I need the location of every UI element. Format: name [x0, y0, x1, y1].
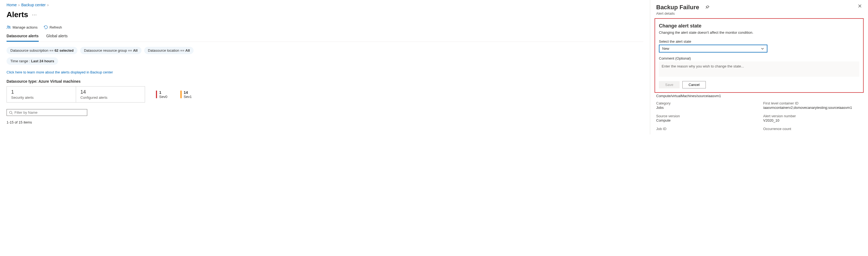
configured-alerts-label: Configured alerts [81, 96, 141, 100]
sev0-indicator[interactable]: 1 Sev0 [156, 90, 167, 99]
pin-icon[interactable] [705, 5, 710, 9]
learn-more-link[interactable]: Click here to learn more about the alert… [6, 70, 113, 74]
security-alerts-label: Security alerts [11, 96, 71, 100]
save-button[interactable]: Save [659, 81, 680, 88]
svg-point-2 [9, 111, 12, 113]
detail-first-level-container: First level container ID iaasvmcontainer… [763, 101, 862, 110]
change-state-title: Change alert state [659, 23, 859, 29]
tab-datasource-alerts[interactable]: Datasource alerts [6, 34, 39, 42]
sev1-indicator[interactable]: 14 Sev1 [181, 90, 192, 99]
filter-resource-group[interactable]: Datasource resource group == All [80, 47, 142, 54]
comment-textarea[interactable]: Enter the reason why you wish to change … [659, 62, 859, 77]
breadcrumb-backup-center[interactable]: Backup center [21, 3, 46, 7]
panel-subtitle: Alert details [656, 11, 858, 15]
security-alerts-card[interactable]: 1 Security alerts [6, 86, 76, 103]
svg-point-1 [9, 26, 10, 27]
alert-state-value: New [662, 46, 669, 50]
configured-alerts-card[interactable]: 14 Configured alerts [76, 86, 145, 103]
manage-actions-label: Manage actions [12, 25, 38, 29]
panel-title: Backup Failure [656, 4, 699, 11]
detail-alert-version: Alert version number V2020_10 [763, 114, 862, 122]
page-title: Alerts [6, 10, 28, 19]
refresh-label: Refresh [50, 25, 62, 29]
breadcrumb-home[interactable]: Home [6, 3, 17, 7]
tab-global-alerts[interactable]: Global alerts [46, 34, 68, 42]
detail-category: Category Jobs [656, 101, 755, 110]
filter-subscription[interactable]: Datasource subscription == 62 selected [6, 47, 78, 54]
sev0-label: Sev0 [159, 95, 167, 99]
sev0-bar-icon [156, 90, 157, 98]
filter-input-wrap[interactable] [6, 109, 87, 116]
filter-time-range[interactable]: Time range : Last 24 hours [6, 58, 58, 65]
select-state-label: Select the alert state [659, 39, 859, 43]
chevron-right-icon: › [48, 3, 49, 7]
change-state-description: Changing the alert state doesn't affect … [659, 31, 859, 35]
alert-state-select[interactable]: New [659, 45, 767, 52]
filter-location[interactable]: Datasource location == All [144, 47, 194, 54]
cancel-button[interactable]: Cancel [682, 81, 706, 88]
chevron-right-icon: › [18, 3, 20, 7]
resource-path: Compute/virtualMachines/sourceiaasvm1 [650, 94, 868, 98]
filter-by-name-input[interactable] [14, 110, 85, 114]
manage-actions-button[interactable]: Manage actions [6, 25, 38, 29]
detail-job-id: Job ID [656, 127, 755, 131]
items-count: 1-15 of 15 items [6, 120, 643, 124]
chevron-down-icon [761, 47, 764, 50]
sev1-count: 14 [184, 90, 192, 95]
people-icon [6, 25, 11, 29]
sev1-label: Sev1 [184, 95, 192, 99]
security-alerts-count: 1 [11, 89, 71, 95]
sev0-count: 1 [159, 90, 167, 95]
more-icon[interactable]: ⋯ [32, 12, 37, 18]
change-alert-state-section: Change alert state Changing the alert st… [655, 18, 864, 93]
breadcrumb: Home › Backup center › [6, 0, 643, 8]
refresh-icon [43, 25, 48, 29]
tabs: Datasource alerts Global alerts [6, 34, 643, 42]
datasource-type-label: Datasource type: Azure Virtual machines [6, 79, 643, 83]
close-icon[interactable] [858, 4, 862, 8]
refresh-button[interactable]: Refresh [43, 25, 62, 29]
comment-label: Comment (Optional) [659, 56, 859, 61]
detail-source-version: Source version Compute [656, 114, 755, 122]
sev1-bar-icon [181, 90, 182, 98]
search-icon [9, 111, 13, 114]
configured-alerts-count: 14 [81, 89, 141, 95]
comment-placeholder: Enter the reason why you wish to change … [662, 64, 744, 68]
detail-occurrence-count: Occurrence count [763, 127, 862, 131]
svg-point-0 [7, 26, 9, 27]
